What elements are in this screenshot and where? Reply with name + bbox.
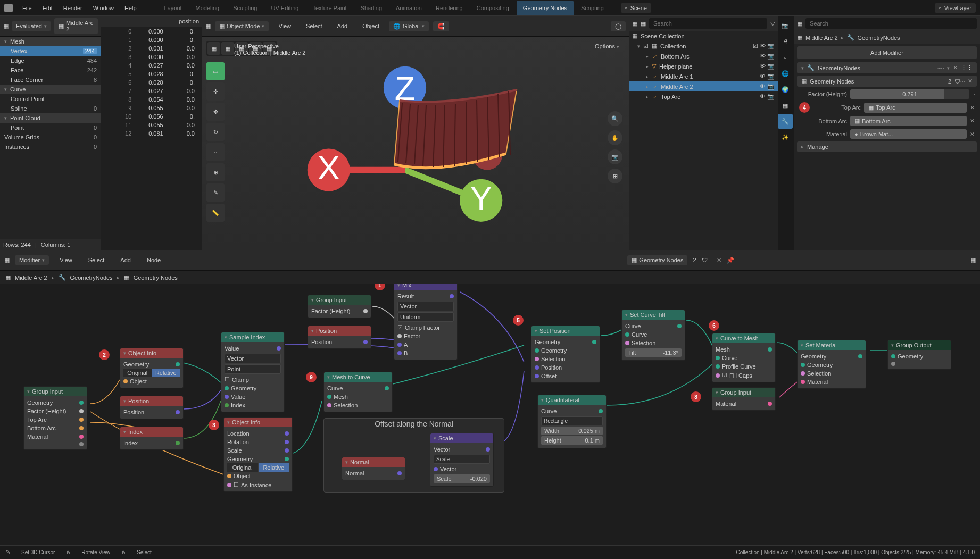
node-scale[interactable]: ▾Scale Vector Scale Vector Scale-0.020 [430,433,494,487]
tree-vertex[interactable]: Vertex244 [0,46,101,56]
node-normal[interactable]: ▾Normal Normal [342,457,405,480]
tree-face-corner[interactable]: Face Corner8 [0,75,101,85]
unlink-icon[interactable]: ✕ [717,257,721,264]
editor-type-icon[interactable]: ▦ [3,23,9,30]
sample-domain-dropdown[interactable]: Point [225,364,281,374]
clear-icon[interactable]: ✕ [970,131,975,138]
spreadsheet-mode-dropdown[interactable]: Evaluated▾ [12,21,51,31]
factor-field[interactable]: 0.791 [850,89,969,99]
pin-icon[interactable]: 📌 [727,257,734,264]
column-header[interactable]: position [179,18,199,24]
node-object-info-2[interactable]: ▾Object Info Location Rotation Scale Geo… [223,417,293,492]
material-field[interactable]: ● Brown Mat... [850,129,967,139]
menu-file[interactable]: File [17,0,37,16]
table-row[interactable]: 70.0270.0 [101,87,202,95]
tree-edge[interactable]: Edge484 [0,56,101,65]
table-row[interactable]: 80.0540.0 [101,95,202,104]
select-box-button[interactable]: ▦ [207,42,220,55]
scale-op-dropdown[interactable]: Scale [434,455,490,464]
ne-menu-node[interactable]: Node [142,252,166,268]
tree-face[interactable]: Face242 [0,65,101,75]
filter-icon[interactable]: ▽ [770,20,775,27]
camera-icon[interactable]: 📷 [608,149,622,164]
users-count[interactable]: 2 [693,257,696,263]
tab-sculpting[interactable]: Sculpting [227,1,263,15]
perspective-icon[interactable]: ⊞ [608,169,622,183]
mix-mode-dropdown[interactable]: Uniform [397,312,454,322]
node-group-output[interactable]: ▾Group Output Geometry [887,340,951,370]
menu-render[interactable]: Render [58,0,88,16]
spreadsheet-object[interactable]: ▦ Middle Arc 2 [54,18,98,34]
ne-toggle-icon[interactable]: ▦ [970,257,976,264]
tab-animation[interactable]: Animation [389,1,428,15]
node-position-1[interactable]: ▾Position Position [120,396,184,419]
attribute-toggle-icon[interactable]: ▫ [973,91,975,97]
prop-tab-world[interactable]: 🌍 [778,82,793,97]
tree-mesh[interactable]: ▾ Mesh [0,37,101,46]
tab-rendering[interactable]: Rendering [429,1,469,15]
outliner-search-input[interactable] [649,18,767,29]
zoom-icon[interactable]: 🔍 [608,111,622,126]
menu-edit[interactable]: Edit [37,0,58,16]
node-set-material[interactable]: ▾Set Material Geometry Geometry Selectio… [797,340,866,389]
tree-curve[interactable]: ▾ Curve [0,85,101,94]
scale-value-field[interactable]: Scale-0.020 [434,474,490,483]
ne-menu-add[interactable]: Add [115,252,136,268]
vp-menu-add[interactable]: Add [332,18,353,34]
scene-name[interactable]: Scene [630,5,647,11]
select-extend-button[interactable]: ▦ [221,42,234,55]
node-mix[interactable]: ▾Mix Result Vector Uniform ☑Clamp Factor… [394,284,458,360]
node-sample-index[interactable]: ▾Sample Index Value Vector Point ☐Clamp … [221,332,285,412]
node-set-curve-tilt[interactable]: ▾Set Curve Tilt Curve Curve Selection Ti… [621,310,685,361]
node-curve-to-mesh[interactable]: ▾Curve to Mesh Mesh Curve Profile Curve … [712,333,776,382]
quad-mode-dropdown[interactable]: Rectangle [541,416,603,425]
unlink-icon[interactable]: ✕ [968,78,973,85]
outliner-item-middle-arc-1[interactable]: ▸⟋Middle Arc 1👁 📷 [629,71,778,81]
tab-uv-editing[interactable]: UV Editing [264,1,305,15]
tree-instances[interactable]: Instances0 [0,142,101,152]
prop-tab-render[interactable]: 📷 [778,18,793,33]
tab-geometry-nodes[interactable]: Geometry Nodes [517,1,574,15]
table-row[interactable]: 20.0010.0 [101,44,202,53]
tree-spline[interactable]: Spline0 [0,104,101,113]
outliner-item-middle-arc-2[interactable]: ▸⟋Middle Arc 2👁 📷 [629,81,778,91]
tab-modeling[interactable]: Modeling [189,1,226,15]
table-row[interactable]: 10.0000. [101,36,202,44]
editor-type-icon[interactable]: ▦ [205,23,211,30]
options-dropdown[interactable]: Options ▾ [589,41,625,52]
viewlayer-field[interactable]: ▫ ViewLayer [935,3,976,13]
node-set-position[interactable]: ▾Set Position Geometry Geometry Selectio… [531,326,600,383]
outliner-item-top-arc[interactable]: ▸⟋Top Arc👁 📷 [629,91,778,102]
editor-type-icon[interactable]: ▦ [632,20,637,27]
modifier-header[interactable]: ▾🔧GeometryNodes ▫▫▫▫ ▾✕⋮⋮ [797,62,977,73]
tree-control-point[interactable]: Control Point [0,94,101,104]
scene-collection[interactable]: ▦Scene Collection [629,31,778,41]
prop-tab-view[interactable]: ▫ [778,50,793,65]
quad-height-field[interactable]: Height0.1 m [541,436,603,445]
table-row[interactable]: 90.0550.0 [101,104,202,112]
node-group-input[interactable]: ▾Group Input Geometry Factor (Height) To… [23,386,87,450]
mode-dropdown[interactable]: ▦ Object Mode ▾ [215,21,269,31]
vp-menu-view[interactable]: View [273,18,296,34]
tilt-field[interactable]: Tilt-11.3° [625,348,682,357]
table-row[interactable]: 60.0280. [101,78,202,87]
snap-toggle[interactable]: 🧲 [433,21,449,31]
tree-point[interactable]: Point0 [0,123,101,132]
prop-tab-output[interactable]: 🖨 [778,34,793,49]
manage-section[interactable]: ▸Manage [797,141,977,152]
table-row[interactable]: 50.0280. [101,70,202,78]
prop-tab-particles[interactable]: ✨ [778,130,793,145]
shading-wireframe[interactable]: ◯ [611,21,626,31]
mix-type-dropdown[interactable]: Vector [397,302,454,311]
outliner-item-helper-plane[interactable]: ▸▽Helper plane👁 📷 [629,61,778,71]
tab-shading[interactable]: Shading [354,1,388,15]
ne-menu-view[interactable]: View [54,252,78,268]
tab-scripting[interactable]: Scripting [575,1,610,15]
clear-icon[interactable]: ✕ [970,104,975,111]
prop-tab-object[interactable]: ▦ [778,98,793,113]
orientation-dropdown[interactable]: 🌐 Global ▾ [389,21,429,31]
add-modifier-button[interactable]: Add Modifier [797,46,977,59]
viewlayer-name[interactable]: ViewLayer [944,5,971,11]
prop-tab-modifier[interactable]: 🔧 [778,114,793,129]
menu-window[interactable]: Window [88,0,119,16]
